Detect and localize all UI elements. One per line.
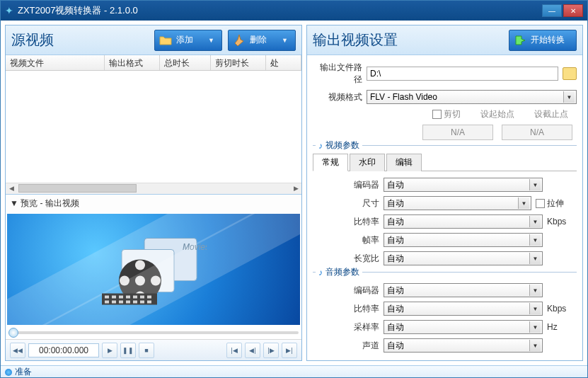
- kbps-suffix: Kbps: [547, 217, 571, 227]
- stop-button[interactable]: ■: [139, 343, 154, 358]
- svg-text:Movies: Movies: [183, 242, 207, 252]
- col-format[interactable]: 输出格式: [105, 55, 160, 70]
- stretch-checkbox[interactable]: [536, 199, 545, 208]
- source-title: 源视频: [11, 30, 54, 50]
- output-path-input[interactable]: [367, 67, 558, 81]
- step-back-button[interactable]: ◀|: [245, 343, 260, 358]
- start-point-box: N/A: [422, 125, 493, 140]
- broom-icon: [233, 34, 246, 47]
- col-duration[interactable]: 总时长: [160, 55, 211, 70]
- skip-back-button[interactable]: |◀: [226, 343, 242, 358]
- scroll-left-icon[interactable]: ◀: [6, 185, 17, 192]
- svg-point-7: [120, 276, 129, 286]
- bitrate-label: 比特率: [341, 216, 379, 228]
- file-table-header: 视频文件 输出格式 总时长 剪切时长 处: [6, 55, 301, 71]
- a-encoder-select[interactable]: 自动▼: [384, 283, 543, 297]
- svg-rect-22: [140, 301, 144, 304]
- start-convert-label: 开始转换: [531, 34, 565, 46]
- svg-rect-13: [126, 296, 130, 299]
- add-button[interactable]: 添加 ▼: [154, 30, 222, 51]
- tab-general[interactable]: 常规: [313, 154, 348, 171]
- col-file[interactable]: 视频文件: [6, 55, 105, 70]
- svg-rect-15: [140, 296, 144, 299]
- status-dot-icon: [5, 369, 12, 376]
- close-button[interactable]: ✕: [563, 4, 583, 17]
- size-label: 尺寸: [341, 197, 379, 210]
- svg-rect-20: [126, 301, 130, 304]
- aspect-label: 长宽比: [341, 253, 379, 265]
- col-cut[interactable]: 剪切时长: [211, 55, 266, 70]
- bitrate-select[interactable]: 自动▼: [384, 214, 543, 229]
- scroll-right-icon[interactable]: ▶: [290, 185, 301, 192]
- svg-rect-18: [112, 301, 116, 304]
- col-proc[interactable]: 处: [266, 55, 301, 70]
- source-panel: 源视频 添加 ▼ 删除 ▼ 视频文件 输出格式 总时长 剪切时长 处: [5, 25, 302, 361]
- browse-folder-button[interactable]: [563, 67, 577, 80]
- svg-rect-12: [119, 296, 123, 299]
- a-channel-label: 声道: [341, 340, 379, 352]
- audio-params-fieldset: ♪音频参数: [313, 272, 577, 277]
- svg-rect-19: [119, 301, 123, 304]
- note-icon: ♪: [318, 141, 323, 151]
- video-params-title: 视频参数: [325, 139, 359, 151]
- a-sample-label: 采样率: [341, 321, 379, 333]
- tab-watermark[interactable]: 水印: [350, 154, 385, 171]
- svg-point-6: [135, 292, 145, 302]
- scroll-thumb[interactable]: [18, 184, 137, 193]
- a-channel-select[interactable]: 自动▼: [384, 338, 543, 353]
- svg-rect-14: [133, 296, 137, 299]
- rewind-button[interactable]: ◀◀: [10, 343, 25, 358]
- preview-title: ▼ 预览 - 输出视频: [6, 194, 301, 212]
- size-select[interactable]: 自动▼: [384, 196, 531, 210]
- output-panel: 输出视频设置 开始转换 输出文件路径 视频格式 FLV - Flash Vide…: [306, 25, 583, 361]
- status-text: 准备: [15, 366, 32, 378]
- skip-fwd-button[interactable]: ▶|: [282, 343, 297, 358]
- svg-point-4: [135, 276, 145, 286]
- a-encoder-label: 编码器: [341, 285, 379, 297]
- fps-select[interactable]: 自动▼: [384, 233, 543, 247]
- delete-button[interactable]: 删除 ▼: [228, 30, 296, 51]
- video-params-fieldset: ♪视频参数: [313, 145, 577, 150]
- play-button[interactable]: ▶: [102, 343, 117, 358]
- svg-rect-9: [102, 294, 157, 305]
- end-point-box: N/A: [502, 125, 572, 140]
- minimize-button[interactable]: —: [542, 4, 562, 17]
- end-point-label: 设截止点: [534, 108, 568, 120]
- a-bitrate-label: 比特率: [341, 303, 379, 315]
- format-select[interactable]: FLV - Flash Video ▼: [367, 90, 577, 104]
- svg-rect-11: [112, 296, 116, 299]
- aspect-select[interactable]: 自动▼: [384, 251, 543, 265]
- format-label: 视频格式: [313, 91, 362, 103]
- chevron-down-icon: ▼: [208, 37, 214, 44]
- convert-icon: [514, 34, 526, 47]
- h-scrollbar[interactable]: ◀ ▶: [6, 183, 301, 194]
- seek-thumb[interactable]: [8, 328, 18, 338]
- tab-edit[interactable]: 编辑: [386, 154, 422, 171]
- file-table-body[interactable]: [6, 71, 301, 183]
- source-header: 源视频 添加 ▼ 删除 ▼: [6, 25, 301, 55]
- start-point-label: 设起始点: [480, 108, 514, 120]
- a-kbps-suffix: Kbps: [547, 304, 571, 314]
- statusbar: 准备: [1, 365, 587, 378]
- film-reel-icon: Movies: [100, 226, 207, 313]
- svg-rect-17: [105, 301, 109, 304]
- svg-rect-10: [105, 296, 109, 299]
- step-fwd-button[interactable]: |▶: [263, 343, 279, 358]
- add-label: 添加: [176, 34, 193, 46]
- a-bitrate-select[interactable]: 自动▼: [384, 302, 543, 316]
- pause-button[interactable]: ❚❚: [120, 343, 136, 358]
- app-icon: ✦: [5, 5, 13, 16]
- encoder-label: 编码器: [341, 179, 379, 191]
- svg-rect-23: [147, 301, 151, 304]
- fps-label: 帧率: [341, 234, 379, 246]
- start-convert-button[interactable]: 开始转换: [509, 30, 577, 51]
- encoder-select[interactable]: 自动▼: [384, 178, 543, 192]
- svg-point-5: [135, 260, 145, 270]
- output-path-label: 输出文件路径: [313, 62, 362, 86]
- time-display: 00:00:00.000: [28, 343, 99, 357]
- output-title: 输出视频设置: [313, 30, 398, 50]
- seek-slider[interactable]: [6, 326, 301, 339]
- format-value: FLV - Flash Video: [370, 92, 437, 102]
- chevron-down-icon: ▼: [563, 91, 575, 103]
- a-sample-select[interactable]: 自动▼: [384, 320, 543, 334]
